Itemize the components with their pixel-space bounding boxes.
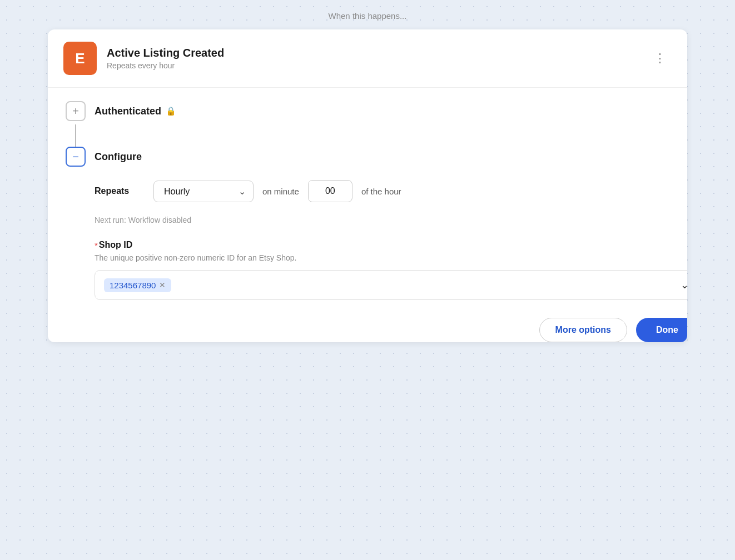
shop-id-description: The unique positive non-zero numeric ID … (95, 253, 687, 262)
more-menu-icon[interactable]: ⋮ (648, 49, 672, 68)
of-the-hour-label: of the hour (361, 187, 401, 196)
app-icon: E (63, 42, 97, 75)
done-button[interactable]: Done (636, 318, 687, 342)
required-star: * (95, 241, 98, 250)
shop-id-tag-chip: 1234567890 ✕ (104, 278, 171, 292)
shop-id-tag-value: 1234567890 (110, 281, 156, 290)
repeats-row: Repeats Hourly Daily Weekly ⌄ on minute … (95, 180, 687, 202)
vertical-connector (75, 124, 76, 147)
actions-row: More options Done (95, 318, 687, 342)
lock-icon: 🔒 (166, 106, 176, 116)
card-header-text: Active Listing Created Repeats every hou… (107, 47, 224, 70)
shop-id-label-row: * Shop ID (95, 240, 687, 250)
configure-label: Configure (95, 151, 142, 163)
authenticated-label: Authenticated (95, 106, 161, 117)
configure-step-icon[interactable]: − (66, 147, 86, 167)
authenticated-section: + Authenticated 🔒 (66, 101, 669, 121)
on-minute-label: on minute (262, 187, 299, 196)
shop-id-input-wrapper[interactable]: 1234567890 ✕ ⌄ (95, 270, 687, 300)
shop-id-tag-remove-icon[interactable]: ✕ (159, 281, 166, 289)
configure-section-row: − Configure (66, 147, 669, 167)
when-this-happens-label: When this happens... (329, 11, 407, 21)
frequency-select-wrapper: Hourly Daily Weekly ⌄ (153, 181, 254, 202)
next-run-text: Next run: Workflow disabled (95, 216, 687, 224)
card-subtitle: Repeats every hour (107, 61, 224, 70)
main-card: E Active Listing Created Repeats every h… (48, 29, 687, 342)
more-options-button[interactable]: More options (539, 318, 627, 342)
card-header: E Active Listing Created Repeats every h… (48, 29, 687, 88)
configure-content: Repeats Hourly Daily Weekly ⌄ on minute … (95, 180, 687, 342)
card-title: Active Listing Created (107, 47, 224, 59)
frequency-select[interactable]: Hourly Daily Weekly (153, 181, 254, 202)
authenticated-step-icon[interactable]: + (66, 101, 86, 121)
tag-input-chevron-icon[interactable]: ⌄ (681, 279, 687, 291)
shop-id-label: Shop ID (99, 240, 132, 250)
sections-wrapper: + Authenticated 🔒 − Configure Repeats Ho… (48, 88, 687, 342)
minute-input[interactable] (308, 180, 352, 202)
repeats-label: Repeats (95, 186, 145, 196)
